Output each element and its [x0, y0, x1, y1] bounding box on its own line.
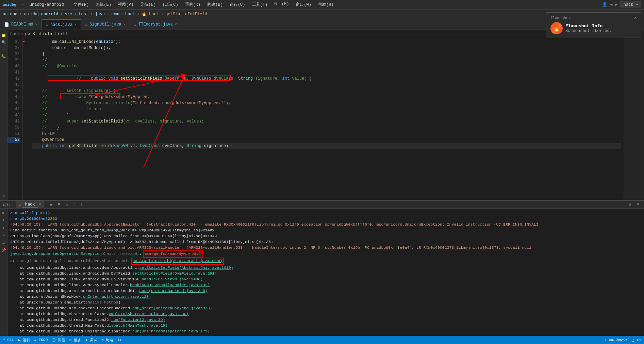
code-hint: 3个用法	[32, 131, 621, 137]
status-terminal[interactable]: ≡ 终端	[101, 338, 113, 343]
status-services[interactable]: ☐ 服务	[69, 338, 81, 343]
console-stacktrace-1: at com.github.unidbg.linux.android.dvm.A…	[10, 258, 641, 265]
explorer-icon[interactable]: 📁	[1, 33, 6, 38]
console-pin-icon[interactable]: 📌	[1, 247, 6, 253]
notification-title: Flameshot Info	[565, 23, 612, 29]
stacktrace-link-1[interactable]: setStaticIntField(AbstractJni.java:1015)	[131, 258, 224, 265]
close-panel-icon[interactable]: ×	[634, 201, 641, 208]
tab-readme[interactable]: 📄 README.md ×	[0, 19, 42, 30]
tab-ttencrypt[interactable]: ☕ TTEncrypt.java ×	[130, 19, 181, 30]
status-run[interactable]: ▶ 运行	[18, 338, 30, 343]
settings-icon[interactable]: ⚙	[626, 201, 633, 208]
run-rerun-icon[interactable]: ↺	[63, 201, 70, 208]
hack-branch-btn[interactable]: hack ▾	[621, 1, 641, 8]
menu-sep: -	[22, 2, 24, 7]
code-line-47: // }	[32, 112, 621, 118]
tab-ttencrypt-label[interactable]: TTEncrypt.java	[138, 22, 173, 27]
status-bar: ⑂ Git ▶ 运行 ≡ TODO ⓪ 问题 ☐ 服务 ● 调试 ≡ 终端 Ir…	[0, 336, 644, 344]
menu-help[interactable]: 帮助(H)	[317, 1, 335, 8]
nav-src[interactable]: src	[65, 12, 72, 17]
notification-close[interactable]: ×	[634, 15, 637, 21]
search-icon[interactable]: 🔍	[1, 39, 6, 45]
breadcrumb-method[interactable]: getStaticIntField	[25, 32, 67, 36]
status-debug[interactable]: ● 调试	[85, 338, 97, 343]
console-getstaticfieldid: JNIEnv->GetStaticFieldID(com/gdufs/xman/…	[10, 239, 641, 245]
user-icon[interactable]: 👤	[602, 2, 607, 7]
activity-bar: 📁 🔍 ⑂ 🐛 ⚙	[0, 30, 7, 200]
menu-git[interactable]: Git(G)	[273, 1, 290, 8]
hack-icon: ☕	[46, 22, 48, 27]
nav-java[interactable]: java	[95, 12, 105, 17]
code-content[interactable]: dm.callJNI_OnLoad(emulator); module = dm…	[30, 38, 624, 200]
tab-signutil-label[interactable]: SignUtil.java	[89, 22, 121, 27]
console-findclass: JNIEnv->FindClass(com/gdufs/xman/MyApp) …	[10, 233, 641, 239]
back-icon[interactable]: ◀	[610, 2, 612, 7]
code-line-43: // switch (signature) {	[32, 88, 621, 94]
nav-hack-file[interactable]: 🔥 hack	[142, 12, 159, 17]
menu-window[interactable]: 窗口(W)	[294, 1, 313, 8]
menu-tools[interactable]: 工具(T)	[251, 1, 269, 8]
app-icon: unidbg	[3, 3, 16, 7]
run-play-icon[interactable]: ▶	[48, 201, 55, 208]
menu-refactor[interactable]: 重构(R)	[184, 1, 202, 8]
console-arg: > arg0:201608Am!2333	[10, 216, 641, 222]
console-stack4: at com.github.unidbg.linux.android.dvm.D…	[10, 276, 641, 282]
status-text: Ir	[118, 338, 122, 342]
status-todo[interactable]: ≡ TODO	[34, 338, 48, 342]
menu-code[interactable]: 代码(C)	[161, 1, 180, 8]
menu-build[interactable]: 构建(B)	[206, 1, 224, 8]
console-sidebar: ▶ ⬆ ⬇ ≡ ↵ 📌	[0, 209, 7, 336]
console-play-icon[interactable]: ▶	[1, 210, 6, 215]
nav-project[interactable]: unidbg	[3, 12, 17, 17]
status-problems[interactable]: ⓪ 问题	[52, 338, 65, 343]
console-down-icon[interactable]: ⬇	[1, 225, 6, 230]
tab-signutil-close[interactable]: ×	[123, 23, 126, 27]
nav-test[interactable]: test	[79, 12, 88, 17]
tab-readme-label[interactable]: README.md	[11, 22, 33, 27]
forward-icon[interactable]: ▶	[615, 2, 618, 7]
breadcrumb-hack[interactable]: hack	[10, 32, 20, 36]
menu-nav[interactable]: 导航(N)	[139, 1, 157, 8]
status-git[interactable]: ⑂ Git	[3, 338, 14, 342]
console-output: > onCall:f_puts() > arg0:201608Am!2333 […	[7, 209, 644, 336]
console-stack3: at com.github.unidbg.linux.android.dvm.D…	[10, 271, 641, 276]
console-up-icon[interactable]: ⬆	[1, 217, 6, 223]
run-stop-icon[interactable]: ■	[56, 201, 63, 208]
notification-panel: flameshot × 🔥 Flameshot Info Screenshot …	[546, 12, 641, 37]
tab-readme-close[interactable]: ×	[35, 23, 37, 27]
tab-hack-close[interactable]: ×	[75, 23, 77, 27]
nav-module[interactable]: unidbg-android	[24, 12, 58, 17]
tab-hack-label[interactable]: hack.java	[50, 22, 72, 27]
console-wrap-icon[interactable]: ↵	[1, 240, 6, 245]
status-csdn: CSDN @Devil △ LY	[605, 338, 641, 342]
nav-com[interactable]: com	[111, 12, 119, 17]
tab-ttencrypt-close[interactable]: ×	[175, 23, 177, 27]
debug-icon[interactable]: 🐛	[1, 53, 6, 59]
notification-app: flameshot	[550, 16, 571, 20]
editor-breadcrumb: hack › getStaticIntField	[7, 30, 624, 38]
console-stack5: at com.github.unidbg.linux.ARM32SyscallH…	[10, 282, 641, 288]
console-stack12: at com.github.unidbg.thread.MainTask.dis…	[10, 323, 641, 328]
menu-run[interactable]: 运行(U)	[228, 1, 247, 8]
tab-hack[interactable]: ☕ hack.java ×	[42, 19, 81, 30]
extensions-icon[interactable]: ⚙	[1, 193, 6, 198]
run-scrollup-icon[interactable]: ↑	[71, 201, 78, 208]
tab-signutil[interactable]: ☕ SignUtil.java ×	[81, 19, 130, 30]
menu-edit[interactable]: 编辑(E)	[94, 1, 113, 8]
console-filter-icon[interactable]: ≡	[1, 232, 6, 238]
run-label: 运行:	[3, 202, 13, 208]
nav-method[interactable]: getStaticIntField	[165, 12, 207, 17]
menu-file[interactable]: 文件(F)	[72, 1, 90, 8]
menu-view[interactable]: 视图(V)	[117, 1, 135, 8]
run-tab-close[interactable]: ×	[39, 202, 42, 207]
code-line-52: public int getStaticIntField(BaseVM vm, …	[32, 143, 621, 149]
code-line-37: module = dm.getModule();	[32, 45, 621, 51]
nav-hack-dir[interactable]: hack	[125, 12, 135, 17]
run-tab-hack[interactable]: hack	[22, 201, 38, 208]
run-scrolldown-icon[interactable]: ↓	[78, 201, 85, 208]
notification-text: Flameshot Info Screenshot aborted.	[565, 23, 612, 33]
run-bar: 运行: ☕ hack × ▶ ■ ↺ ↑ ↓ ⚙ ×	[0, 200, 644, 209]
console-stack13: at com.github.unidbg.thread.UniThreadDis…	[10, 328, 641, 334]
hack-tab-icon: ☕	[19, 202, 21, 207]
git-icon[interactable]: ⑂	[1, 46, 6, 52]
